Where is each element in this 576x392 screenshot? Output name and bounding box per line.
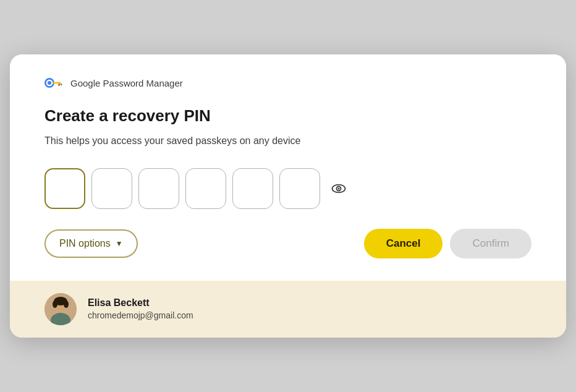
- dialog-header: Google Password Manager: [44, 77, 532, 89]
- svg-rect-4: [61, 84, 62, 86]
- actions-row: PIN options ▼ Cancel Confirm: [44, 229, 532, 258]
- pin-box-1[interactable]: [44, 168, 85, 209]
- dialog-body: Google Password Manager Create a recover…: [10, 54, 566, 281]
- pin-box-3[interactable]: [138, 168, 179, 209]
- pin-box-2[interactable]: [91, 168, 132, 209]
- dialog-subtitle: This helps you access your saved passkey…: [44, 134, 532, 148]
- google-password-manager-logo: [44, 77, 64, 89]
- pin-options-button[interactable]: PIN options ▼: [44, 229, 138, 258]
- chevron-down-icon: ▼: [116, 239, 123, 248]
- right-buttons: Cancel Confirm: [364, 229, 532, 258]
- confirm-button[interactable]: Confirm: [450, 229, 532, 258]
- pin-box-6[interactable]: [279, 168, 320, 209]
- pin-box-4[interactable]: [185, 168, 226, 209]
- svg-point-1: [48, 81, 51, 85]
- dialog-title: Create a recovery PIN: [44, 106, 532, 126]
- svg-rect-3: [58, 84, 60, 87]
- account-footer: Elisa Beckett chromedemojp@gmail.com: [10, 281, 566, 338]
- account-info: Elisa Beckett chromedemojp@gmail.com: [88, 297, 193, 320]
- cancel-button[interactable]: Cancel: [364, 229, 443, 258]
- app-name-label: Google Password Manager: [70, 78, 183, 88]
- svg-point-7: [337, 187, 339, 189]
- pin-options-label: PIN options: [59, 238, 111, 249]
- svg-rect-2: [52, 82, 61, 84]
- toggle-visibility-icon[interactable]: [330, 180, 347, 197]
- account-email: chromedemojp@gmail.com: [88, 310, 193, 320]
- svg-point-13: [64, 300, 69, 308]
- pin-input-row: [44, 168, 532, 209]
- page-background: Google Password Manager Create a recover…: [0, 0, 576, 392]
- user-avatar: [44, 293, 77, 325]
- svg-point-12: [53, 300, 57, 308]
- dialog-container: Google Password Manager Create a recover…: [10, 54, 566, 338]
- pin-box-5[interactable]: [232, 168, 273, 209]
- account-name: Elisa Beckett: [88, 297, 193, 309]
